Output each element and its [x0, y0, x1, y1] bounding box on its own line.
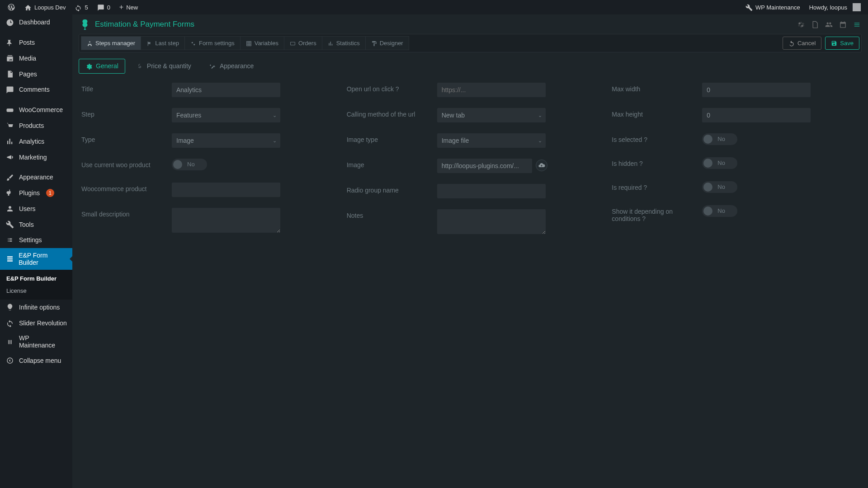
sidebar-item-users[interactable]: Users	[0, 201, 72, 216]
tab-last-step[interactable]: Last step	[141, 36, 185, 50]
woo-product-input[interactable]	[172, 183, 280, 197]
tab-form-settings[interactable]: Form settings	[184, 36, 241, 50]
tools-icon	[5, 220, 14, 229]
sidebar-label: Users	[19, 205, 36, 212]
sidebar-item-settings[interactable]: Settings	[0, 232, 72, 248]
sidebar-item-marketing[interactable]: Marketing	[0, 149, 72, 165]
plugin-header: Estimation & Payment Forms	[79, 17, 862, 34]
sidebar-item-dashboard[interactable]: Dashboard	[0, 14, 72, 30]
step-select[interactable]: Features	[172, 108, 280, 122]
sidebar-item-wp-maintenance[interactable]: WP Maintenance	[0, 331, 72, 352]
site-name[interactable]: Loopus Dev	[21, 0, 69, 14]
list-action-icon[interactable]	[853, 20, 861, 29]
type-label: Type	[81, 133, 172, 143]
form-icon	[5, 254, 14, 263]
max-height-input[interactable]	[702, 108, 811, 122]
tab-statistics[interactable]: Statistics	[322, 36, 366, 50]
tab-orders[interactable]: Orders	[284, 36, 322, 50]
wp-logo[interactable]	[4, 0, 19, 14]
calendar-action-icon[interactable]	[839, 20, 847, 29]
sidebar-label: Infinite options	[19, 304, 60, 311]
sidebar-item-appearance[interactable]: Appearance	[0, 169, 72, 185]
comments[interactable]: 0	[94, 0, 114, 14]
sidebar-item-collapse[interactable]: Collapse menu	[0, 352, 72, 368]
image-input[interactable]	[437, 159, 532, 173]
sidebar-label: Pages	[19, 70, 37, 78]
save-label: Save	[840, 40, 854, 47]
sidebar-label: Settings	[19, 236, 42, 244]
sidebar-item-pages[interactable]: Pages	[0, 66, 72, 82]
undo-icon	[788, 40, 795, 47]
radio-group-input[interactable]	[437, 184, 546, 198]
inner-tab-general[interactable]: General	[79, 59, 125, 74]
document-action-icon[interactable]	[811, 20, 819, 29]
sidebar-label: Slider Revolution	[19, 319, 67, 327]
svg-point-2	[799, 23, 801, 24]
cloud-upload-icon	[538, 162, 545, 169]
sidebar-item-analytics[interactable]: Analytics	[0, 133, 72, 149]
card-icon	[290, 40, 296, 47]
title-input[interactable]	[172, 83, 280, 97]
small-desc-textarea[interactable]	[172, 208, 280, 233]
is-required-toggle[interactable]: No	[702, 181, 737, 193]
upload-button[interactable]	[536, 160, 547, 171]
type-select[interactable]: Image	[172, 133, 280, 148]
home-icon	[24, 3, 32, 11]
my-account[interactable]: Howdy, loopus	[806, 0, 864, 14]
inner-tab-label: Price & quantity	[147, 62, 191, 70]
sidebar-item-posts[interactable]: Posts	[0, 35, 72, 51]
sidebar-item-woocommerce[interactable]: WooCommerce	[0, 102, 72, 118]
inner-tab-price[interactable]: Price & quantity	[130, 59, 198, 74]
wp-maintenance-label: WP Maintenance	[755, 4, 800, 11]
svg-point-5	[193, 44, 195, 45]
svg-point-4	[192, 42, 193, 43]
inner-tab-appearance[interactable]: Appearance	[203, 59, 261, 74]
sidebar-item-comments[interactable]: Comments	[0, 82, 72, 98]
sidebar-item-tools[interactable]: Tools	[0, 216, 72, 232]
sidebar-label: Tools	[19, 221, 34, 228]
sidebar-label: Plugins	[19, 189, 40, 197]
wp-maintenance-link[interactable]: WP Maintenance	[742, 0, 804, 14]
cancel-button[interactable]: Cancel	[783, 37, 821, 50]
sidebar-subitem-builder[interactable]: E&P Form Builder	[0, 272, 72, 285]
tab-steps-manager[interactable]: Steps manager	[81, 36, 141, 50]
cog-icon	[85, 62, 92, 70]
image-type-select[interactable]: Image file	[437, 133, 546, 148]
marketing-icon	[5, 153, 14, 161]
save-button[interactable]: Save	[825, 37, 859, 50]
new-content[interactable]: + New	[116, 0, 142, 14]
sidebar-item-plugins[interactable]: Plugins 1	[0, 185, 72, 201]
sidebar-item-infinite-options[interactable]: Infinite options	[0, 300, 72, 315]
sidebar-item-ep-form-builder[interactable]: E&P Form Builder	[0, 248, 72, 270]
settings-action-icon[interactable]	[797, 20, 805, 29]
tab-label: Designer	[380, 40, 403, 47]
sidebar-label: WooCommerce	[19, 106, 63, 113]
image-label: Image	[347, 159, 437, 169]
collapse-icon	[5, 356, 14, 365]
open-url-input[interactable]	[437, 83, 546, 97]
analytics-icon	[5, 137, 14, 145]
tab-variables[interactable]: Variables	[240, 36, 284, 50]
sidebar-item-slider-revolution[interactable]: Slider Revolution	[0, 315, 72, 331]
step-label: Step	[81, 108, 172, 118]
use-woo-toggle[interactable]: No	[172, 159, 207, 170]
notes-textarea[interactable]	[437, 209, 546, 234]
sidebar-item-products[interactable]: Products	[0, 118, 72, 134]
sidebar-subitem-license[interactable]: License	[0, 285, 72, 297]
settings-icon	[5, 236, 14, 244]
magic-icon	[209, 62, 216, 70]
calling-select[interactable]: New tab	[437, 108, 546, 122]
max-width-input[interactable]	[702, 83, 811, 97]
users-action-icon[interactable]	[825, 20, 833, 29]
tab-designer[interactable]: Designer	[365, 36, 409, 50]
toggle-knob	[703, 206, 712, 216]
svg-rect-0	[7, 108, 14, 112]
is-hidden-toggle[interactable]: No	[702, 157, 737, 169]
updates[interactable]: 5	[71, 0, 91, 14]
is-hidden-label: Is hidden ?	[612, 157, 702, 167]
use-woo-label: Use current woo product	[81, 159, 172, 169]
paint-icon	[371, 40, 377, 47]
sidebar-item-media[interactable]: Media	[0, 51, 72, 66]
show-cond-toggle[interactable]: No	[702, 205, 737, 217]
is-selected-toggle[interactable]: No	[702, 133, 737, 145]
